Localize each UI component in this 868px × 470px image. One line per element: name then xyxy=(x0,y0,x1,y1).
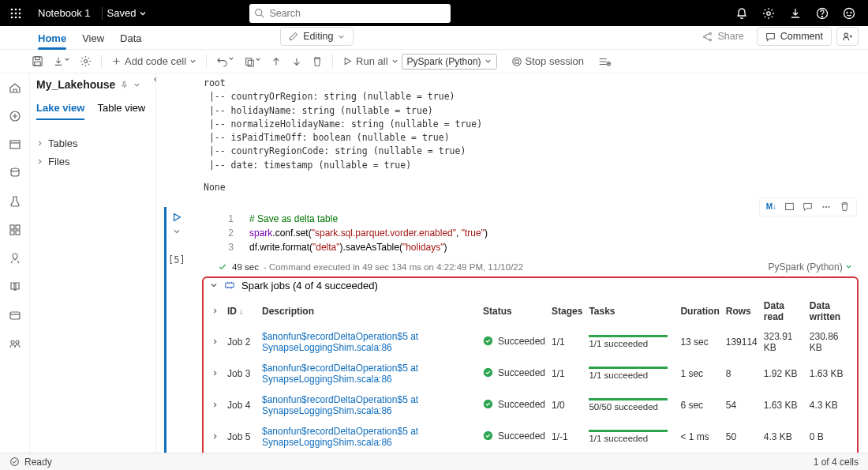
collab-button[interactable] xyxy=(836,27,859,46)
tree-node-tables[interactable]: Tables xyxy=(36,134,149,152)
more-icon[interactable] xyxy=(821,201,832,212)
markdown-toggle-icon[interactable]: M↓ xyxy=(766,202,776,211)
feedback-icon[interactable] xyxy=(843,7,855,20)
delete-icon[interactable] xyxy=(312,56,323,67)
cell-language-badge[interactable]: PySpark (Python) xyxy=(769,261,852,273)
editing-mode-button[interactable]: Editing xyxy=(280,27,354,46)
play-icon xyxy=(342,56,353,66)
cell-index: [5] xyxy=(168,254,185,265)
cell-comment-icon[interactable] xyxy=(803,201,813,212)
app-launcher-icon[interactable] xyxy=(0,8,32,19)
files-label: Files xyxy=(48,156,69,167)
spark-job-row[interactable]: Job 2$anonfun$recordDeltaOperation$5 at … xyxy=(208,326,852,358)
comment-button[interactable]: Comment xyxy=(757,27,832,46)
pin-icon[interactable] xyxy=(120,81,129,89)
job-description-link[interactable]: $anonfun$recordDeltaOperation$5 at Synap… xyxy=(262,331,418,353)
cell-delete-icon[interactable] xyxy=(840,201,850,212)
download-icon[interactable] xyxy=(789,7,802,20)
save-status[interactable]: Saved xyxy=(107,7,148,19)
notebook-name[interactable]: Notebook 1 xyxy=(32,7,97,19)
svg-point-2 xyxy=(19,8,21,10)
tab-data[interactable]: Data xyxy=(112,28,149,49)
settings-icon[interactable] xyxy=(762,7,775,20)
download-dropdown-icon[interactable] xyxy=(53,56,70,67)
session-options-icon[interactable] xyxy=(598,56,611,67)
rail-app-icon[interactable] xyxy=(9,224,21,236)
add-code-cell-button[interactable]: Add code cell xyxy=(111,55,196,67)
chevron-down-icon xyxy=(139,9,147,17)
svg-rect-19 xyxy=(35,62,41,66)
help-icon[interactable] xyxy=(816,7,829,20)
lakehouse-title[interactable]: My_Lakehouse xyxy=(36,78,149,91)
tab-home[interactable]: Home xyxy=(30,28,74,49)
rail-deploy-icon[interactable] xyxy=(9,252,21,265)
chevron-right-icon[interactable] xyxy=(211,401,219,408)
job-id: Job 5 xyxy=(224,421,259,453)
run-all-button[interactable]: Run all xyxy=(342,55,398,67)
schema-output: root |-- countryOrRegion: string (nullab… xyxy=(204,77,860,172)
share-icon xyxy=(702,32,713,42)
chevron-down-icon[interactable] xyxy=(210,281,218,289)
paste-icon[interactable] xyxy=(244,56,261,67)
undo-icon[interactable] xyxy=(216,55,234,67)
job-status-text: Succeeded xyxy=(498,399,545,410)
table-view-tab[interactable]: Table view xyxy=(97,102,145,120)
stop-icon[interactable] xyxy=(511,56,522,67)
svg-rect-27 xyxy=(10,141,20,149)
success-icon xyxy=(483,336,493,346)
share-button[interactable]: Share xyxy=(694,28,751,45)
chevron-right-icon xyxy=(36,158,43,165)
chevron-right-icon xyxy=(36,140,43,147)
search-input[interactable] xyxy=(269,8,451,19)
spark-job-row[interactable]: Job 3$anonfun$recordDeltaOperation$5 at … xyxy=(208,358,852,389)
stop-session-button[interactable]: Stop session xyxy=(526,55,584,67)
rail-create-icon[interactable] xyxy=(9,110,21,122)
job-stages: 1/1 xyxy=(548,358,586,389)
svg-rect-32 xyxy=(16,231,20,235)
tab-view[interactable]: View xyxy=(74,28,112,49)
move-up-icon[interactable] xyxy=(271,56,282,67)
lake-view-tab[interactable]: Lake view xyxy=(36,102,84,120)
run-cell-button[interactable] xyxy=(171,212,182,223)
job-data-read: 323.91 KB xyxy=(761,326,806,358)
svg-point-6 xyxy=(11,16,13,18)
move-down-icon[interactable] xyxy=(291,56,302,67)
rail-home-icon[interactable] xyxy=(9,81,21,94)
rail-workspace-icon[interactable] xyxy=(9,309,21,321)
job-tasks: 1/1 succeeded xyxy=(589,367,668,380)
cell-expand-icon[interactable] xyxy=(173,227,181,235)
job-status-text: Succeeded xyxy=(498,431,545,442)
job-description-link[interactable]: $anonfun$recordDeltaOperation$5 at Synap… xyxy=(262,363,418,385)
spark-job-row[interactable]: Job 5$anonfun$recordDeltaOperation$5 at … xyxy=(208,421,852,453)
job-description-link[interactable]: $anonfun$recordDeltaOperation$5 at Synap… xyxy=(262,394,418,416)
rail-switcher-icon[interactable] xyxy=(9,337,21,350)
job-stages: 1/0 xyxy=(548,389,586,421)
save-icon[interactable] xyxy=(32,55,43,67)
tables-label: Tables xyxy=(48,137,78,149)
chevron-right-icon[interactable] xyxy=(211,338,219,345)
tree-node-files[interactable]: Files xyxy=(36,152,149,171)
fullscreen-icon[interactable] xyxy=(784,201,795,212)
search-box[interactable] xyxy=(249,4,451,23)
job-data-written: 230.86 KB xyxy=(806,326,852,358)
save-status-label: Saved xyxy=(107,7,137,19)
chevron-right-icon[interactable] xyxy=(211,433,219,440)
svg-point-45 xyxy=(11,458,19,466)
code-line-1: # Save as delta table xyxy=(249,213,338,224)
rail-experiment-icon[interactable] xyxy=(9,195,21,208)
job-id: Job 3 xyxy=(224,358,259,389)
job-stages: 1/1 xyxy=(548,326,586,358)
notifications-icon[interactable] xyxy=(735,7,748,20)
chevron-right-icon[interactable] xyxy=(211,370,219,377)
rail-learn-icon[interactable] xyxy=(9,280,21,293)
svg-rect-36 xyxy=(786,204,794,210)
chevron-right-icon[interactable] xyxy=(211,307,219,314)
gear-icon[interactable] xyxy=(80,55,92,67)
kernel-selector[interactable]: PySpark (Python) xyxy=(402,54,497,70)
rail-datahub-icon[interactable] xyxy=(9,167,21,179)
chevron-down-icon[interactable] xyxy=(133,81,140,88)
status-text: Ready xyxy=(24,457,52,468)
job-description-link[interactable]: $anonfun$recordDeltaOperation$5 at Synap… xyxy=(262,426,418,448)
rail-browse-icon[interactable] xyxy=(9,138,21,151)
spark-job-row[interactable]: Job 4$anonfun$recordDeltaOperation$5 at … xyxy=(208,389,852,421)
